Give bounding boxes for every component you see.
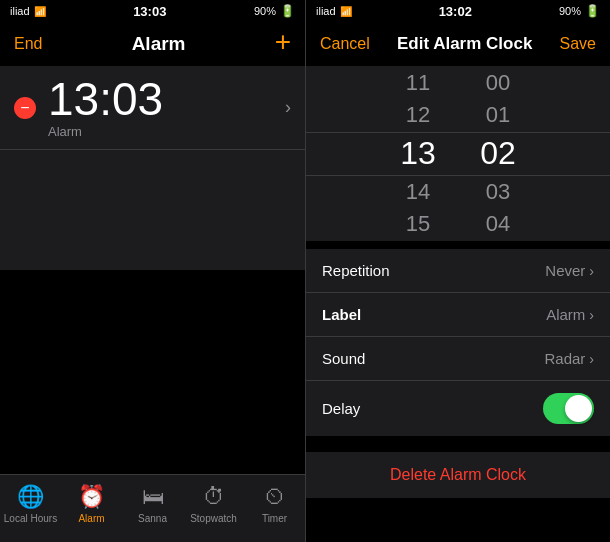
label-chevron-icon: › — [589, 307, 594, 323]
hour-11: 11 — [393, 70, 443, 96]
sound-row[interactable]: Sound Radar › — [306, 337, 610, 381]
repetition-row[interactable]: Repetition Never › — [306, 249, 610, 293]
delay-row: Delay — [306, 381, 610, 436]
right-header: Cancel Edit Alarm Clock Save — [306, 22, 610, 66]
sound-value: Radar › — [544, 350, 594, 367]
alarm-label: Alarm — [48, 124, 277, 139]
save-button[interactable]: Save — [560, 35, 596, 53]
sound-chevron-icon: › — [589, 351, 594, 367]
delete-section: Delete Alarm Clock — [306, 452, 610, 498]
label-row[interactable]: Label Alarm › — [306, 293, 610, 337]
wifi-icon: 📶 — [34, 6, 46, 17]
toggle-knob — [565, 395, 592, 422]
hour-13: 13 — [393, 134, 443, 172]
time-picker[interactable]: 10 11 12 13 14 15 16 59 00 01 02 03 04 0… — [306, 66, 610, 241]
right-battery-icon: 🔋 — [585, 4, 600, 18]
min-00: 00 — [473, 70, 523, 96]
left-status-bar: iliad 📶 13:03 90% 🔋 — [0, 0, 305, 22]
tab-timer[interactable]: ⏲ Timer — [245, 484, 305, 524]
alarm-time: 13:03 — [48, 76, 277, 122]
sound-value-text: Radar — [544, 350, 585, 367]
delay-label: Delay — [322, 400, 360, 417]
left-header: End Alarm + — [0, 22, 305, 66]
timer-icon: ⏲ — [264, 484, 286, 510]
delay-toggle[interactable] — [543, 393, 594, 424]
right-wifi-icon: 📶 — [340, 6, 352, 17]
right-carrier: iliad — [316, 5, 336, 17]
stopwatch-icon: ⏱ — [203, 484, 225, 510]
tab-bedtime[interactable]: 🛏 Sanna — [123, 484, 183, 524]
alarm-delete-icon[interactable]: − — [14, 97, 36, 119]
hour-12: 12 — [393, 102, 443, 128]
hour-15: 15 — [393, 211, 443, 237]
minutes-column[interactable]: 59 00 01 02 03 04 05 — [473, 66, 523, 241]
delete-btn-row: Delete Alarm Clock — [306, 452, 610, 498]
left-dark-area — [0, 270, 305, 474]
edit-button[interactable]: End — [14, 35, 42, 53]
repetition-chevron-icon: › — [589, 263, 594, 279]
min-03: 03 — [473, 179, 523, 205]
left-status-right: 90% 🔋 — [254, 4, 295, 18]
repetition-value-text: Never — [545, 262, 585, 279]
bedtime-icon: 🛏 — [142, 484, 164, 510]
repetition-label: Repetition — [322, 262, 390, 279]
label-value-text: Alarm — [546, 306, 585, 323]
left-time: 13:03 — [133, 4, 166, 19]
add-alarm-button[interactable]: + — [275, 28, 291, 56]
tab-world-clock[interactable]: 🌐 Local Hours — [1, 484, 61, 524]
right-status-left: iliad 📶 — [316, 5, 352, 17]
label-value: Alarm › — [546, 306, 594, 323]
left-battery-icon: 🔋 — [280, 4, 295, 18]
alarm-info: 13:03 Alarm — [48, 76, 277, 139]
tab-world-clock-label: Local Hours — [4, 513, 57, 524]
hour-14: 14 — [393, 179, 443, 205]
tab-timer-label: Timer — [262, 513, 287, 524]
tab-alarm[interactable]: ⏰ Alarm — [62, 484, 122, 524]
right-status-right: 90% 🔋 — [559, 4, 600, 18]
world-clock-icon: 🌐 — [17, 484, 44, 510]
alarm-item[interactable]: − 13:03 Alarm › — [0, 66, 305, 150]
right-status-bar: iliad 📶 13:02 90% 🔋 — [306, 0, 610, 22]
alarm-icon: ⏰ — [78, 484, 105, 510]
right-bottom-area — [306, 506, 610, 542]
right-panel: iliad 📶 13:02 90% 🔋 Cancel Edit Alarm Cl… — [305, 0, 610, 542]
screen: iliad 📶 13:03 90% 🔋 End Alarm + − 13:03 … — [0, 0, 610, 542]
min-01: 01 — [473, 102, 523, 128]
left-carrier: iliad — [10, 5, 30, 17]
delete-alarm-button[interactable]: Delete Alarm Clock — [390, 466, 526, 484]
sound-label: Sound — [322, 350, 365, 367]
min-04: 04 — [473, 211, 523, 237]
cancel-button[interactable]: Cancel — [320, 35, 370, 53]
left-title: Alarm — [132, 33, 186, 55]
alarm-list: − 13:03 Alarm › — [0, 66, 305, 270]
min-02: 02 — [473, 134, 523, 172]
label-label: Label — [322, 306, 361, 323]
tab-stopwatch-label: Stopwatch — [190, 513, 237, 524]
hours-column[interactable]: 10 11 12 13 14 15 16 — [393, 66, 443, 241]
alarm-chevron-icon: › — [285, 97, 291, 118]
left-panel: iliad 📶 13:03 90% 🔋 End Alarm + − 13:03 … — [0, 0, 305, 542]
right-time: 13:02 — [439, 4, 472, 19]
tab-stopwatch[interactable]: ⏱ Stopwatch — [184, 484, 244, 524]
left-tab-bar: 🌐 Local Hours ⏰ Alarm 🛏 Sanna ⏱ Stopwatc… — [0, 474, 305, 542]
left-status-left: iliad 📶 — [10, 5, 46, 17]
left-battery-pct: 90% — [254, 5, 276, 17]
tab-alarm-label: Alarm — [78, 513, 104, 524]
settings-section: Repetition Never › Label Alarm › Sound R… — [306, 249, 610, 436]
right-title: Edit Alarm Clock — [397, 34, 532, 54]
picker-columns: 10 11 12 13 14 15 16 59 00 01 02 03 04 0… — [393, 66, 523, 241]
right-battery-pct: 90% — [559, 5, 581, 17]
repetition-value: Never › — [545, 262, 594, 279]
tab-bedtime-label: Sanna — [138, 513, 167, 524]
